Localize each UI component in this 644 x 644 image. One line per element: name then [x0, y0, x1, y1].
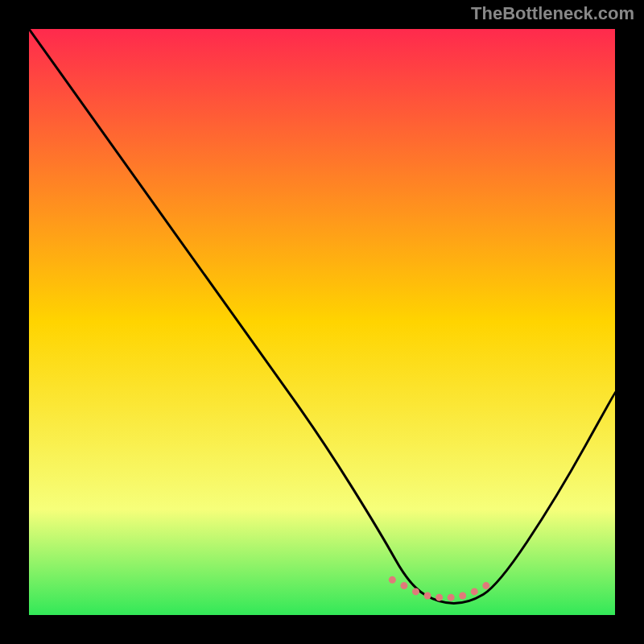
highlight-marker — [400, 582, 407, 589]
gradient-background — [29, 29, 615, 615]
highlight-marker — [459, 592, 466, 599]
highlight-marker — [471, 588, 478, 595]
watermark-text: TheBottleneck.com — [471, 3, 634, 24]
highlight-marker — [389, 576, 396, 584]
highlight-marker — [436, 594, 443, 601]
chart-area — [29, 29, 615, 615]
bottleneck-curve-chart — [29, 29, 615, 615]
highlight-marker — [482, 582, 489, 589]
highlight-marker — [448, 594, 455, 601]
highlight-marker — [412, 588, 419, 595]
highlight-marker — [424, 592, 431, 599]
